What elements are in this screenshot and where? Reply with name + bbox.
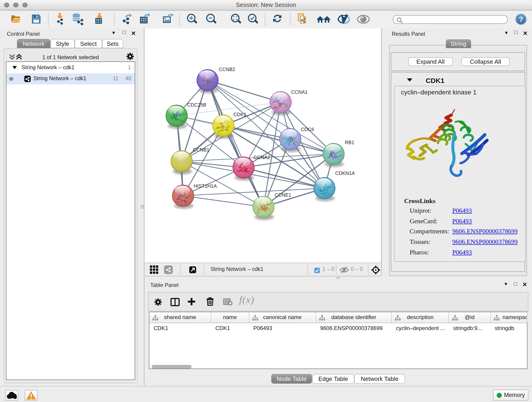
svg-text:CCNB2: CCNB2 bbox=[219, 67, 235, 72]
svg-text:CCNA2: CCNA2 bbox=[253, 155, 270, 160]
svg-text:HIST1H1A: HIST1H1A bbox=[193, 183, 217, 189]
svg-text:CDK1: CDK1 bbox=[233, 112, 246, 117]
svg-text:CCNA1: CCNA1 bbox=[291, 89, 307, 95]
svg-text:CDC6: CDC6 bbox=[301, 127, 314, 132]
svg-text:CDKN1A: CDKN1A bbox=[335, 171, 355, 176]
svg-text:CDC25B: CDC25B bbox=[187, 102, 206, 108]
svg-text:CCNE1: CCNE1 bbox=[274, 192, 291, 198]
svg-text:CCNB1: CCNB1 bbox=[193, 147, 209, 153]
svg-text:?: ? bbox=[519, 15, 523, 23]
svg-text:RB1: RB1 bbox=[345, 140, 354, 145]
